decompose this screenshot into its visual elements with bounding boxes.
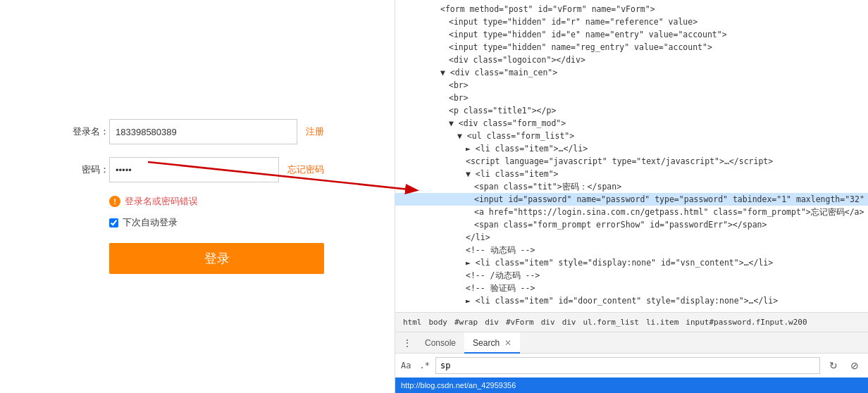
error-icon: ! [109,196,120,207]
code-line-17[interactable]: <span class="form_prompt errorShow" id="… [395,218,868,231]
left-panel: 登录名： 注册 密码： 忘记密码 ! 登录名或密码错误 下次自动登录 登录 [0,0,395,393]
breadcrumb-item-9[interactable]: input#password.fInput.w200 [683,318,809,327]
breadcrumb-item-7[interactable]: ul.form_list [581,318,641,327]
breadcrumb-bar: html body #wrap div #vForm div div ul.fo… [395,312,868,332]
devtools-code-area: <form method="post" id="vForm" name="vFo… [395,0,868,312]
code-line-20[interactable]: ► <li class="item" style="display:none" … [395,256,868,269]
search-clear-button[interactable]: ⊘ [847,358,862,373]
register-link[interactable]: 注册 [306,125,324,138]
code-line-12[interactable]: <script language="javascript" type="text… [395,155,868,168]
code-line-3[interactable]: <input type="hidden" name="reg_entry" va… [395,41,868,54]
status-bar: http://blog.csdn.net/an_42959356 [395,378,868,393]
password-input[interactable] [109,157,279,182]
breadcrumb-item-4[interactable]: #vForm [504,318,536,327]
devtools-menu-dots[interactable]: ⋮ [398,337,416,349]
code-line-23[interactable]: ► <li class="item" id="door_content" sty… [395,294,868,307]
code-line-22[interactable]: <!-- 验证码 --> [395,282,868,294]
code-line-4[interactable]: <div class="logoicon"></div> [395,54,868,66]
remember-label: 下次自动登录 [123,216,178,229]
breadcrumb-item-3[interactable]: div [483,318,501,327]
code-line-13[interactable]: ▼ <li class="item"> [395,168,868,180]
code-line-7[interactable]: <br> [395,92,868,104]
devtools-bottom: ⋮ Console Search ✕ Aa .* ↻ ⊘ [395,332,868,378]
breadcrumb-item-2[interactable]: #wrap [452,318,480,327]
search-input[interactable] [435,357,820,374]
code-line-18[interactable]: </li> [395,231,868,244]
tab-close-icon[interactable]: ✕ [504,338,512,348]
code-line-2[interactable]: <input type="hidden" id="e" name="entry"… [395,28,868,41]
code-line-6[interactable]: <br> [395,79,868,92]
breadcrumb-item-0[interactable]: html [401,318,424,327]
code-line-11[interactable]: ► <li class="item">…</li> [395,142,868,155]
breadcrumb-item-8[interactable]: li.item [644,318,681,327]
code-line-1[interactable]: <input type="hidden" id="r" name="refere… [395,15,868,28]
breadcrumb-item-6[interactable]: div [560,318,578,327]
tab-search[interactable]: Search ✕ [464,332,520,354]
remember-row: 下次自动登录 [109,216,324,229]
search-bar: Aa .* ↻ ⊘ [395,354,868,378]
code-line-8[interactable]: <p class="title1"></p> [395,104,868,117]
code-line-9[interactable]: ▼ <div class="form_mod"> [395,117,868,130]
code-line-16[interactable]: <a href="https://login.sina.com.cn/getpa… [395,206,868,218]
login-button[interactable]: 登录 [109,243,324,274]
devtools-panel: <form method="post" id="vForm" name="vFo… [395,0,868,393]
search-label-aa: Aa [401,361,411,370]
username-input[interactable] [109,119,297,144]
search-refresh-button[interactable]: ↻ [826,358,841,373]
password-row: 密码： 忘记密码 [70,157,324,182]
login-form: 登录名： 注册 密码： 忘记密码 ! 登录名或密码错误 下次自动登录 登录 [56,105,338,288]
code-line-10[interactable]: ▼ <ul class="form_list"> [395,130,868,142]
username-label: 登录名： [70,125,109,138]
code-line-5[interactable]: ▼ <div class="main_cen"> [395,66,868,79]
forgot-link[interactable]: 忘记密码 [287,163,324,176]
code-line-14[interactable]: <span class="tit">密码：</span> [395,180,868,193]
code-line-21[interactable]: <!-- /动态码 --> [395,269,868,282]
search-label-dot: .* [419,361,429,370]
main-container: 登录名： 注册 密码： 忘记密码 ! 登录名或密码错误 下次自动登录 登录 [0,0,868,393]
breadcrumb-item-1[interactable]: body [427,318,450,327]
error-row: ! 登录名或密码错误 [109,195,324,208]
code-line-0[interactable]: <form method="post" id="vForm" name="vFo… [395,3,868,15]
remember-checkbox[interactable] [109,218,118,227]
code-line-15[interactable]: <input id="password" name="password" typ… [395,193,868,206]
username-row: 登录名： 注册 [70,119,324,144]
code-line-19[interactable]: <!-- 动态码 --> [395,244,868,256]
breadcrumb-item-5[interactable]: div [539,318,557,327]
devtools-tabs: ⋮ Console Search ✕ [395,332,868,354]
error-text: 登录名或密码错误 [125,195,198,208]
status-url: http://blog.csdn.net/an_42959356 [401,381,516,389]
tab-console[interactable]: Console [416,332,464,354]
password-label: 密码： [70,163,109,176]
